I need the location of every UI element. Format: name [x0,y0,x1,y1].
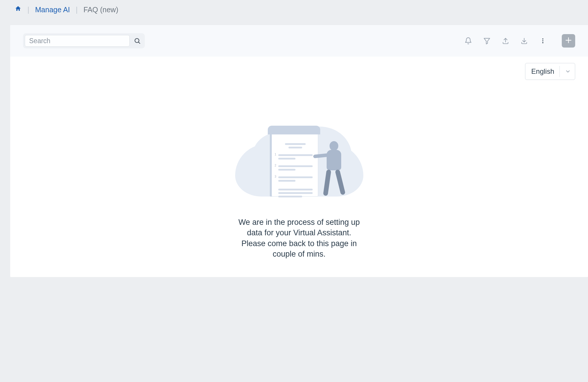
empty-state-message: We are in the process of setting up data… [238,217,360,260]
chevron-down-icon [565,69,571,74]
language-row: English [10,57,588,80]
search-input[interactable] [25,35,130,47]
page-root: | Manage AI | FAQ (new) [0,0,588,382]
language-selected-label: English [531,67,554,76]
breadcrumb-manage-ai[interactable]: Manage AI [35,6,70,14]
main-panel: English [10,25,588,277]
empty-state-illustration [232,121,366,197]
breadcrumb-separator: | [27,6,29,14]
upload-icon[interactable] [501,36,510,46]
more-vertical-icon[interactable] [538,36,548,46]
filter-icon[interactable] [482,36,492,46]
search-container [23,33,145,48]
toolbar-actions [463,34,575,48]
breadcrumb: | Manage AI | FAQ (new) [3,0,588,19]
toolbar [10,25,588,57]
empty-state: We are in the process of setting up data… [10,80,588,277]
breadcrumb-current: FAQ (new) [84,6,118,14]
breadcrumb-separator: | [76,6,78,14]
svg-marker-2 [484,38,490,44]
language-select[interactable]: English [525,63,575,80]
svg-point-7 [542,42,543,43]
divider [559,66,560,77]
add-button[interactable] [562,34,575,48]
plus-icon [565,36,572,45]
search-icon[interactable] [133,36,142,45]
breadcrumb-home[interactable] [15,5,22,14]
download-icon[interactable] [519,36,529,46]
svg-point-6 [542,40,543,41]
home-icon [15,5,22,14]
notifications-icon[interactable] [463,36,473,46]
svg-line-1 [138,42,140,43]
svg-point-5 [542,38,543,40]
